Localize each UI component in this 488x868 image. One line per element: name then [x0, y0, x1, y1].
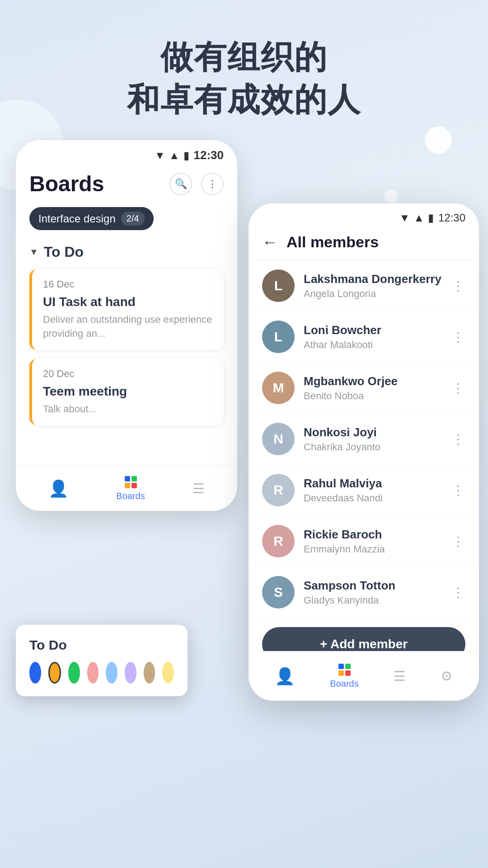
filter-chip[interactable]: Interface design 2/4 — [29, 207, 154, 230]
wifi-icon-right: ▼ — [399, 212, 410, 224]
nav-boards-label-right: Boards — [330, 679, 358, 689]
heading-line2: 和卓有成效的人 — [127, 81, 361, 118]
signal-icon: ▲ — [169, 149, 180, 162]
member-avatar-3: M — [262, 372, 295, 404]
color-dots-container — [29, 662, 174, 684]
member-list: L Lakshmana Dongerkerry Angela Longoria … — [249, 260, 479, 618]
color-picker-popup: To Do — [16, 625, 188, 696]
task-desc-1: Deliver an outstanding use experience pr… — [43, 313, 215, 341]
header-action-icons: 🔍 ⋮ — [169, 173, 224, 195]
status-icons-right: ▼ ▲ ▮ — [399, 212, 434, 224]
status-time-right: 12:30 — [438, 212, 465, 224]
member-info-1: Lakshmana Dongerkerry Angela Longoria — [304, 272, 443, 300]
search-button[interactable]: 🔍 — [169, 173, 192, 195]
heading-line1: 做有组织的 — [160, 39, 328, 75]
member-avatar-7: S — [262, 576, 295, 609]
member-item-2[interactable]: L Loni Bowcher Athar Malakooti ⋮ — [249, 311, 479, 363]
member-sub-5: Deveedaas Nandi — [304, 492, 443, 504]
member-avatar-2: L — [262, 321, 295, 353]
member-info-3: Mgbankwo Orjee Benito Noboa — [304, 374, 443, 402]
task-date-1: 16 Dec — [43, 278, 215, 290]
status-bar-right: ▼ ▲ ▮ 12:30 — [249, 203, 479, 229]
member-avatar-1: L — [262, 269, 295, 302]
color-dot-tan[interactable] — [144, 662, 155, 684]
battery-icon: ▮ — [183, 149, 189, 162]
menu-icon: ☰ — [192, 481, 205, 496]
color-dot-yellow[interactable] — [162, 662, 174, 684]
member-info-4: Nonkosi Joyi Chakrika Joyanto — [304, 425, 443, 453]
member-name-5: Rahul Malviya — [304, 476, 443, 491]
nav-profile-left[interactable]: 👤 — [48, 479, 69, 498]
nav-extra-left[interactable]: ☰ — [192, 481, 205, 496]
task-date-2: 20 Dec — [43, 368, 215, 380]
member-info-2: Loni Bowcher Athar Malakooti — [304, 323, 443, 351]
member-name-7: Sampson Totton — [304, 579, 443, 593]
member-sub-7: Gladys Kanyinda — [304, 594, 443, 606]
battery-icon-right: ▮ — [428, 212, 434, 224]
signal-icon-right: ▲ — [413, 212, 424, 224]
member-info-6: Rickie Baroch Emmalynn Mazzia — [304, 528, 443, 555]
member-menu-1[interactable]: ⋮ — [452, 278, 465, 293]
nav-boards-label-left: Boards — [116, 491, 145, 501]
member-menu-3[interactable]: ⋮ — [452, 381, 465, 396]
member-menu-7[interactable]: ⋮ — [452, 585, 465, 600]
color-dot-pink[interactable] — [87, 662, 99, 684]
color-dot-blue[interactable] — [29, 662, 41, 684]
member-menu-2[interactable]: ⋮ — [452, 330, 465, 344]
task-desc-2: Talk about... — [43, 402, 215, 416]
filter-badge: 2/4 — [121, 212, 145, 226]
more-button[interactable]: ⋮ — [201, 173, 224, 195]
nav-settings-right[interactable]: ⚙ — [441, 668, 453, 684]
bg-decoration-2 — [425, 127, 452, 154]
member-item-7[interactable]: S Sampson Totton Gladys Kanyinda ⋮ — [249, 567, 479, 618]
section-title: To Do — [44, 244, 84, 260]
nav-profile-right[interactable]: 👤 — [275, 667, 295, 686]
member-name-2: Loni Bowcher — [304, 323, 443, 337]
member-sub-3: Benito Noboa — [304, 390, 443, 402]
member-item-3[interactable]: M Mgbankwo Orjee Benito Noboa ⋮ — [249, 363, 479, 414]
status-time-left: 12:30 — [194, 148, 224, 162]
bottom-nav-left: 👤 Boards ☰ — [16, 466, 237, 511]
color-dot-purple[interactable] — [125, 662, 136, 684]
member-menu-4[interactable]: ⋮ — [452, 432, 465, 447]
profile-icon-right: 👤 — [275, 667, 295, 686]
member-item-1[interactable]: L Lakshmana Dongerkerry Angela Longoria … — [249, 260, 479, 311]
all-members-header: ← All members — [249, 229, 479, 260]
member-sub-6: Emmalynn Mazzia — [304, 543, 443, 555]
member-menu-6[interactable]: ⋮ — [452, 534, 465, 549]
member-item-5[interactable]: R Rahul Malviya Deveedaas Nandi ⋮ — [249, 465, 479, 516]
boards-logo-icon-right — [338, 664, 351, 676]
color-dot-green[interactable] — [68, 662, 80, 684]
back-button[interactable]: ← — [262, 233, 277, 251]
member-item-4[interactable]: N Nonkosi Joyi Chakrika Joyanto ⋮ — [249, 414, 479, 465]
member-sub-4: Chakrika Joyanto — [304, 441, 443, 453]
status-bar-left: ▼ ▲ ▮ 12:30 — [16, 140, 237, 167]
member-name-1: Lakshmana Dongerkerry — [304, 272, 443, 286]
member-name-6: Rickie Baroch — [304, 528, 443, 542]
member-item-6[interactable]: R Rickie Baroch Emmalynn Mazzia ⋮ — [249, 516, 479, 567]
status-icons-left: ▼ ▲ ▮ — [155, 149, 189, 162]
task-card-2[interactable]: 20 Dec Teem meeting Talk about... — [29, 359, 224, 425]
all-members-title: All members — [286, 233, 379, 251]
phone-right-mockup: ▼ ▲ ▮ 12:30 ← All members L Lakshmana Do… — [249, 203, 479, 701]
bg-decoration-3 — [384, 190, 398, 203]
member-avatar-6: R — [262, 525, 295, 557]
nav-boards-left[interactable]: Boards — [116, 476, 145, 501]
nav-boards-right[interactable]: Boards — [330, 664, 358, 689]
filter-icon-right: ☰ — [394, 668, 406, 684]
color-dot-orange[interactable] — [48, 662, 61, 684]
member-name-3: Mgbankwo Orjee — [304, 374, 443, 388]
gear-icon-right: ⚙ — [441, 668, 453, 684]
color-dot-lightblue[interactable] — [106, 662, 117, 684]
member-info-7: Sampson Totton Gladys Kanyinda — [304, 579, 443, 606]
member-avatar-5: R — [262, 474, 295, 506]
nav-filter-right[interactable]: ☰ — [394, 668, 406, 684]
member-menu-5[interactable]: ⋮ — [452, 483, 465, 498]
wifi-icon: ▼ — [155, 149, 165, 162]
member-sub-1: Angela Longoria — [304, 288, 443, 300]
task-card-1[interactable]: 16 Dec UI Task at hand Deliver an outsta… — [29, 269, 224, 350]
boards-title-left: Boards — [29, 171, 104, 196]
member-name-4: Nonkosi Joyi — [304, 425, 443, 439]
left-phone-header: Boards 🔍 ⋮ — [29, 171, 224, 196]
boards-logo-icon — [125, 476, 137, 488]
